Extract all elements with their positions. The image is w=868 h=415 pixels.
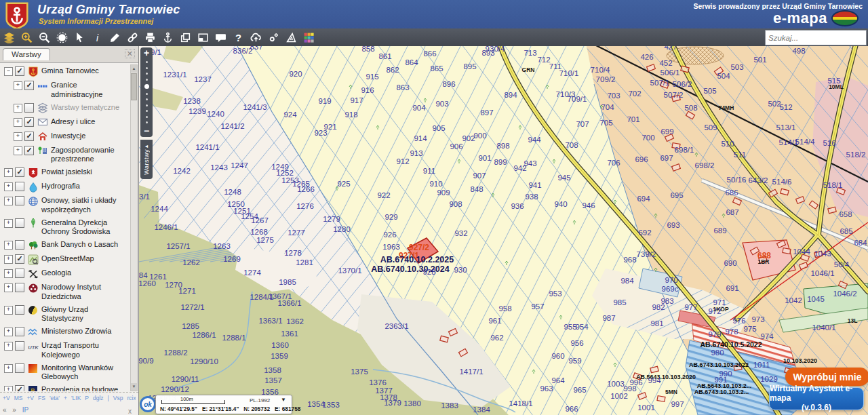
scroll-down-icon[interactable]: ▼ [131, 383, 137, 391]
zoom-level-dot[interactable] [146, 93, 148, 95]
print-icon[interactable] [141, 30, 159, 45]
footer-fragment[interactable]: MS [14, 395, 23, 401]
layer-label[interactable]: Powiat jasielski [41, 167, 92, 177]
layer-checkbox[interactable] [15, 341, 24, 351]
select-area-icon[interactable] [53, 30, 71, 45]
layer-label[interactable]: Bank Danych o Lasach [41, 239, 118, 250]
legend-icon[interactable] [300, 30, 317, 45]
copy-icon[interactable] [176, 30, 194, 45]
layer-checkbox[interactable] [15, 363, 24, 373]
zoom-in-button[interactable]: + [140, 47, 153, 59]
tab-warstwy[interactable]: Warstwy [3, 48, 50, 60]
expander-icon[interactable]: + [4, 197, 13, 205]
expander-icon[interactable]: + [14, 81, 22, 90]
footer-fragment[interactable]: + [64, 395, 67, 401]
layer-checkbox[interactable]: ✓ [24, 132, 34, 141]
pager-prev[interactable]: « [3, 406, 7, 414]
zoom-level-dot[interactable] [146, 116, 148, 118]
crs-label[interactable]: PL-1992 [250, 397, 270, 403]
layer-label[interactable]: Narodowy Instytut Dziedzictwa [41, 282, 130, 302]
ok-button[interactable]: ok [140, 396, 156, 412]
footer-fragment[interactable]: 'LIK [71, 395, 81, 401]
layer-checkbox[interactable]: ✓ [15, 254, 24, 264]
map-layers-side-tab[interactable]: ◄ Warstwy [140, 140, 153, 179]
zoom-out-icon[interactable] [35, 30, 53, 45]
zoom-level-dot[interactable] [146, 121, 148, 123]
scroll-up-icon[interactable]: ▲ [131, 65, 137, 73]
panel-close-icon[interactable]: ✕ [125, 49, 135, 58]
expander-icon[interactable]: + [4, 342, 13, 351]
layer-checkbox[interactable] [15, 182, 24, 191]
footer-fragment[interactable]: P [85, 395, 89, 401]
map-viewport[interactable]: 9/1836/28378589151231/112371238123912401… [139, 46, 868, 415]
expander-icon[interactable]: + [4, 386, 13, 391]
expander-icon[interactable]: + [4, 241, 13, 250]
layer-checkbox[interactable]: ✓ [15, 167, 24, 177]
expander-icon[interactable]: + [4, 364, 13, 373]
layer-label[interactable]: Zagospodarowanie przestrzenne [51, 145, 130, 165]
expander-icon[interactable]: + [14, 118, 22, 127]
expander-icon[interactable]: + [4, 168, 13, 177]
layer-label[interactable]: Ministerstwo Zdrowia [41, 326, 111, 336]
emapa-brand[interactable]: e-mapa [773, 9, 859, 27]
layer-label[interactable]: Urząd Transportu Kolejowego [41, 340, 130, 360]
search-input[interactable] [766, 34, 868, 42]
layer-label[interactable]: OpenStreetMap [41, 254, 94, 264]
layer-label[interactable]: Generalna Dyrekcja Ochrony Środowiska [41, 218, 130, 237]
layer-checkbox[interactable]: ✓ [15, 385, 24, 391]
pager-ip-link[interactable]: IP [22, 406, 28, 414]
comment-icon[interactable] [212, 30, 229, 45]
expander-icon[interactable]: + [14, 132, 22, 141]
zoom-level-dot[interactable] [146, 98, 148, 100]
layer-checkbox[interactable] [15, 196, 24, 205]
footer-close[interactable]: x [128, 408, 132, 415]
layer-label[interactable]: Pozwolenia na budowę [41, 384, 118, 391]
expander-icon[interactable]: + [4, 255, 13, 264]
footer-fragment[interactable]: +V [26, 395, 34, 401]
expander-icon[interactable]: + [4, 328, 13, 336]
footer-fragment[interactable]: rcix [127, 395, 136, 401]
expander-icon[interactable]: + [14, 146, 22, 155]
help-icon[interactable]: ? [229, 30, 247, 45]
layer-label[interactable]: Osnowy, siatki i układy współrzędnych [41, 195, 130, 215]
virtual-assistant-button[interactable]: Wirtualny Asystent e-mapa (v.0.3.6) [769, 387, 864, 410]
layout-icon[interactable] [194, 30, 212, 45]
expander-icon[interactable]: + [4, 219, 13, 228]
footer-fragment[interactable]: dglz [93, 395, 104, 401]
layer-checkbox[interactable] [15, 218, 24, 228]
expander-icon[interactable]: − [4, 67, 13, 76]
footer-fragment[interactable]: 'eta' [50, 395, 60, 401]
layer-checkbox[interactable] [15, 269, 24, 278]
zoom-slider[interactable] [140, 61, 153, 123]
zoom-level-indicator[interactable] [144, 84, 149, 89]
layer-label[interactable]: Geologia [41, 268, 71, 278]
zoom-level-dot[interactable] [146, 73, 148, 75]
expander-icon[interactable]: + [4, 269, 13, 278]
layer-label[interactable]: Hydrografia [41, 181, 80, 191]
panel-scrollbar[interactable]: ▲ ▼ [130, 64, 138, 391]
zoom-level-dot[interactable] [146, 61, 148, 63]
expander-icon[interactable]: + [14, 104, 22, 113]
drafting-icon[interactable] [282, 30, 300, 45]
search-box[interactable] [765, 30, 867, 45]
scroll-thumb[interactable] [131, 73, 137, 100]
layer-checkbox[interactable] [24, 103, 34, 113]
layer-checkbox[interactable]: ✓ [15, 66, 24, 76]
pager-next[interactable]: » [12, 406, 16, 414]
expander-icon[interactable]: + [4, 182, 13, 191]
layer-checkbox[interactable]: ✓ [24, 81, 34, 90]
try-me-button[interactable]: Wypróbuj mnie [785, 368, 868, 386]
settings-icon[interactable] [264, 30, 282, 45]
layer-checkbox[interactable] [15, 327, 24, 336]
layer-checkbox[interactable] [15, 240, 24, 250]
layer-label[interactable]: Adresy i ulice [51, 117, 95, 127]
footer-fragment[interactable]: FS [38, 395, 45, 401]
zoom-level-dot[interactable] [146, 79, 148, 81]
zoom-level-dot[interactable] [146, 110, 148, 112]
anchor-icon[interactable] [159, 30, 176, 45]
layer-label[interactable]: Monitoring Warunków Glebowych [41, 363, 130, 382]
footer-fragment[interactable]: | [108, 395, 109, 401]
zoom-level-dot[interactable] [146, 104, 148, 106]
layers-icon[interactable] [0, 30, 18, 45]
layer-checkbox[interactable]: ✓ [24, 117, 34, 127]
